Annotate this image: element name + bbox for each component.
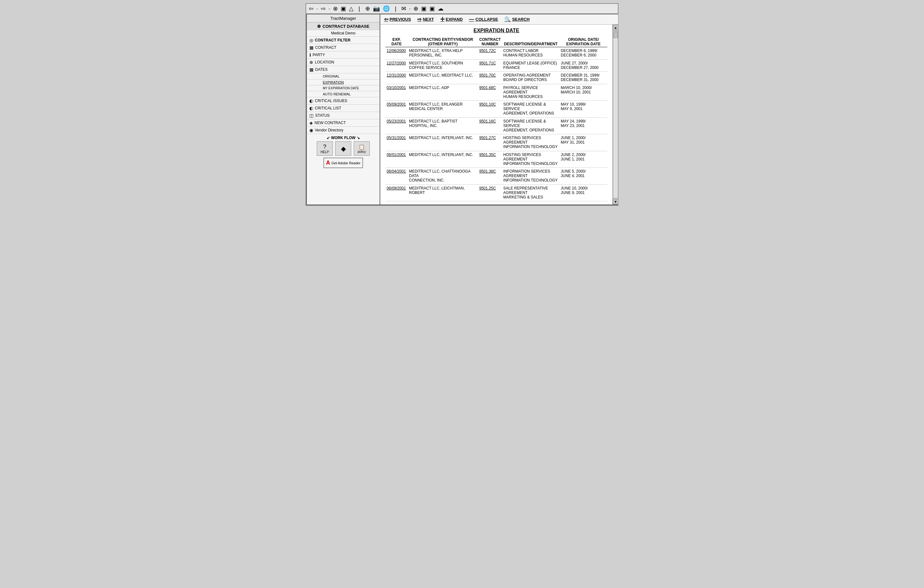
help-icon-box[interactable]: ? HELP: [317, 141, 333, 156]
cell-description: OPERATING AGREEMENT BOARD OF DIRECTORS: [502, 72, 559, 84]
table-row[interactable]: 12/06/2000MEDITRACT LLC, XTRA HELP PERSO…: [385, 47, 607, 59]
sidebar-item-location[interactable]: ⊕ LOCATION: [307, 59, 380, 66]
sidebar-item-party[interactable]: ℹ PARTY: [307, 51, 380, 59]
next-button[interactable]: ⇨ NEXT: [417, 16, 434, 22]
dates-icon: ▦: [309, 67, 314, 72]
cell-exp-date[interactable]: 06/09/2001: [385, 184, 408, 201]
cell-contract-num[interactable]: 9501.10C: [478, 101, 502, 117]
table-row[interactable]: 05/31/2001MEDITRACT LLC, INTERLIANT, INC…: [385, 134, 607, 151]
collapse-button[interactable]: — COLLAPSE: [469, 16, 498, 22]
sidebar-item-auto-renewal[interactable]: AUTO RENEWAL: [307, 91, 380, 97]
scroll-up-button[interactable]: ▲: [613, 25, 619, 30]
cell-contract-num[interactable]: 9501.72C: [478, 47, 502, 59]
cell-exp-date[interactable]: 05/09/2001: [385, 101, 408, 117]
sidebar-item-medical-demo[interactable]: Medical Demo: [307, 30, 380, 37]
contract-num-link[interactable]: 9501.38C: [479, 169, 496, 173]
diamond-symbol: ◆: [341, 145, 346, 153]
sidebar-item-vendor-directory[interactable]: ◉ Vendor Directory: [307, 127, 380, 134]
cell-vendor: MEDITRACT LLC, MEDITRACT LLC,: [408, 72, 478, 84]
contract-num-link[interactable]: 9501.25C: [479, 186, 496, 191]
table-row[interactable]: 05/23/2001MEDITRACT LLC, BAPTIST HOSPITA…: [385, 117, 607, 134]
cell-contract-num[interactable]: 9501.16C: [478, 117, 502, 134]
scroll-thumb[interactable]: [613, 31, 618, 38]
contract-num-link[interactable]: 9501.16C: [479, 119, 496, 124]
previous-button[interactable]: ⇦ PREVIOUS: [384, 16, 411, 22]
sidebar-item-my-exp-date[interactable]: MY EXPIRRATION DATE: [307, 86, 380, 91]
exp-date-link[interactable]: 12/31/2000: [387, 73, 406, 77]
cell-orig-exp: MAY 24, 1999/ MAY 23, 2001: [559, 117, 607, 134]
exp-date-link[interactable]: 12/06/2000: [387, 48, 406, 53]
contract-num-link[interactable]: 9501.35C: [479, 153, 496, 157]
contract-num-link[interactable]: 9501.72C: [479, 48, 496, 53]
table-row[interactable]: 06/04/2001MEDITRACT LLC, CHATTANOOGA DAT…: [385, 168, 607, 184]
sidebar-item-contract-filter[interactable]: ◎ CONTRACT FILTER: [307, 37, 380, 44]
cell-exp-date[interactable]: 05/23/2001: [385, 117, 408, 134]
table-row[interactable]: 12/31/2000MEDITRACT LLC, MEDITRACT LLC,9…: [385, 72, 607, 84]
cell-contract-num[interactable]: 9501.27C: [478, 134, 502, 151]
sidebar-item-status[interactable]: ◫ STATUS: [307, 112, 380, 119]
col-header-contract-num: CONTRACT NUMBER: [478, 37, 502, 47]
main-layout: TractManager ⊕ CONTRACT DATABASE Medical…: [306, 14, 618, 205]
table-row[interactable]: 06/09/2001MEDITRACT LLC, LEICHTMAN, ROBE…: [385, 184, 607, 201]
cell-exp-date[interactable]: 12/06/2000: [385, 47, 408, 59]
cell-contract-num[interactable]: 9501.68C: [478, 84, 502, 100]
cell-exp-date[interactable]: 05/31/2001: [385, 134, 408, 151]
cell-exp-date[interactable]: 12/31/2000: [385, 72, 408, 84]
contract-num-link[interactable]: 9501.27C: [479, 136, 496, 140]
contract-num-link[interactable]: 9501.70C: [479, 73, 496, 77]
contract-num-link[interactable]: 9501.10C: [479, 102, 496, 107]
scroll-track[interactable]: [613, 31, 618, 198]
cell-orig-exp: JUNE 2, 2000/ JUNE 1, 2001: [559, 151, 607, 167]
cell-description: SALE REPRESENTATIVE AGREEMENT MARKETING …: [502, 184, 559, 201]
cell-description: EQUIPMENT LEASE (OFFICE) FINANCE: [502, 59, 559, 71]
table-row[interactable]: 05/09/2001MEDITRACT LLC, ERLANGER MEDICA…: [385, 101, 607, 117]
outer-window: ⇦ · ⇨ · ⊗ ▣ △ | ⊕ 📷 🌐 | ✉ · ⊕ ▣ ▣ ☁ Trac…: [305, 3, 619, 206]
expand-button[interactable]: ✛ EXPAND: [440, 16, 463, 22]
exp-date-link[interactable]: 05/09/2001: [387, 102, 406, 107]
cell-exp-date[interactable]: 03/10/2001: [385, 84, 408, 100]
exp-date-link[interactable]: 06/09/2001: [387, 186, 406, 191]
sidebar-item-original[interactable]: ORIGINAL: [307, 73, 380, 79]
exp-date-link[interactable]: 05/31/2001: [387, 136, 406, 140]
cell-contract-num[interactable]: 9501.70C: [478, 72, 502, 84]
sidebar-item-expiration[interactable]: EXPIRATION: [307, 79, 380, 86]
contract-num-link[interactable]: 9501.68C: [479, 86, 496, 90]
policy-label: policy: [358, 150, 366, 153]
workflow-arrow-right: ↘: [356, 136, 360, 140]
help-label: HELP: [320, 150, 329, 154]
cell-contract-num[interactable]: 9501.71C: [478, 59, 502, 71]
cell-exp-date[interactable]: 06/04/2001: [385, 168, 408, 184]
table-row[interactable]: 06/01/2001MEDITRACT LLC, INTERLIANT, INC…: [385, 151, 607, 167]
search-icon: 🔍: [505, 16, 511, 22]
scroll-down-button[interactable]: ▼: [613, 199, 619, 204]
diamond-icon-box[interactable]: ◆: [335, 141, 351, 156]
sidebar-item-dates[interactable]: ▦ DATES: [307, 66, 380, 73]
table-row[interactable]: 12/27/2000MEDITRACT LLC, SOUTHERN COFFEE…: [385, 59, 607, 71]
scrollbar[interactable]: ▲ ▼: [612, 25, 618, 204]
cell-orig-exp: JUNE 27, 2000/ DECEMBER 27, 2000: [559, 59, 607, 71]
policy-icon-box[interactable]: 📋 policy: [354, 141, 370, 156]
adobe-reader-box[interactable]: A Get Adobe Reader: [323, 158, 363, 168]
exp-date-link[interactable]: 05/23/2001: [387, 119, 406, 124]
sidebar-item-contract-database[interactable]: ⊕ CONTRACT DATABASE: [307, 23, 380, 30]
contract-num-link[interactable]: 9501.71C: [479, 61, 496, 66]
cell-contract-num[interactable]: 9501.25C: [478, 184, 502, 201]
search-button[interactable]: 🔍 SEARCH: [505, 16, 530, 22]
table-row[interactable]: 03/10/2001MEDITRACT LLC, ADP9501.68CPAYR…: [385, 84, 607, 100]
cell-description: PAYROLL SERVICE AGREEMENT HUMAN RESOURCE…: [502, 84, 559, 100]
cell-vendor: MEDITRACT LLC, LEICHTMAN, ROBERT: [408, 184, 478, 201]
sidebar-item-new-contract[interactable]: ◈ NEW CONTRACT: [307, 119, 380, 127]
exp-date-link[interactable]: 03/10/2001: [387, 86, 406, 90]
exp-date-link[interactable]: 12/27/2000: [387, 61, 406, 66]
sidebar-item-contract[interactable]: ▦ CONTRACT: [307, 44, 380, 51]
contract-icon: ▦: [309, 45, 314, 50]
sidebar-item-critical-issues[interactable]: ◐ CRITICAL ISSUES: [307, 97, 380, 105]
cell-exp-date[interactable]: 12/27/2000: [385, 59, 408, 71]
cell-description: SOFTWARE LICENSE & SERVICE AGREEMENT, OP…: [502, 101, 559, 117]
sidebar-item-critical-list[interactable]: ◐ CRITICAL LIST: [307, 105, 380, 112]
exp-date-link[interactable]: 06/04/2001: [387, 169, 406, 173]
exp-date-link[interactable]: 06/01/2001: [387, 153, 406, 157]
cell-contract-num[interactable]: 9501.35C: [478, 151, 502, 167]
cell-exp-date[interactable]: 06/01/2001: [385, 151, 408, 167]
cell-contract-num[interactable]: 9501.38C: [478, 168, 502, 184]
